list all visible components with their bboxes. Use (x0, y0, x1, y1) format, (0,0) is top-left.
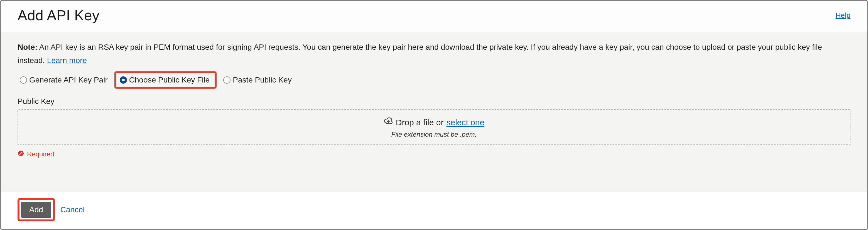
radio-circle-icon (20, 76, 27, 84)
key-source-radio-group: Generate API Key Pair Choose Public Key … (18, 71, 850, 89)
upload-cloud-icon (383, 117, 393, 127)
page-title: Add API Key (18, 7, 99, 24)
radio-label: Choose Public Key File (129, 76, 210, 84)
dropzone-text: Drop a file or select one (383, 117, 485, 127)
radio-label: Paste Public Key (233, 76, 292, 84)
radio-label: Generate API Key Pair (29, 76, 108, 84)
cancel-link[interactable]: Cancel (60, 205, 85, 214)
radio-paste-public-key[interactable]: Paste Public Key (221, 74, 294, 86)
public-key-label: Public Key (18, 97, 850, 106)
radio-choose-public-key-file[interactable]: Choose Public Key File (118, 74, 212, 86)
dialog-footer: Add Cancel (1, 192, 867, 229)
add-button[interactable]: Add (21, 202, 51, 218)
validation-required: Required (18, 150, 850, 158)
file-extension-hint: File extension must be .pem. (24, 130, 844, 138)
annotation-highlight: Choose Public Key File (115, 71, 217, 89)
required-text: Required (27, 150, 54, 158)
add-api-key-dialog: Add API Key Help Note: An API key is an … (0, 0, 868, 230)
help-link[interactable]: Help (836, 11, 850, 20)
note-body: An API key is an RSA key pair in PEM for… (18, 43, 822, 65)
select-file-link[interactable]: select one (446, 118, 485, 127)
note-text: Note: An API key is an RSA key pair in P… (18, 41, 850, 67)
note-prefix: Note: (18, 43, 38, 51)
annotation-highlight: Add (18, 198, 55, 221)
dialog-body: Note: An API key is an RSA key pair in P… (1, 32, 867, 192)
radio-circle-selected-icon (120, 76, 127, 84)
public-key-dropzone[interactable]: Drop a file or select one File extension… (18, 109, 850, 145)
dialog-header: Add API Key Help (1, 1, 867, 32)
drop-prefix: Drop a file or (396, 118, 444, 127)
error-circle-icon (18, 150, 24, 158)
radio-generate-key-pair[interactable]: Generate API Key Pair (18, 74, 110, 86)
learn-more-link[interactable]: Learn more (47, 56, 87, 65)
radio-circle-icon (223, 76, 230, 84)
